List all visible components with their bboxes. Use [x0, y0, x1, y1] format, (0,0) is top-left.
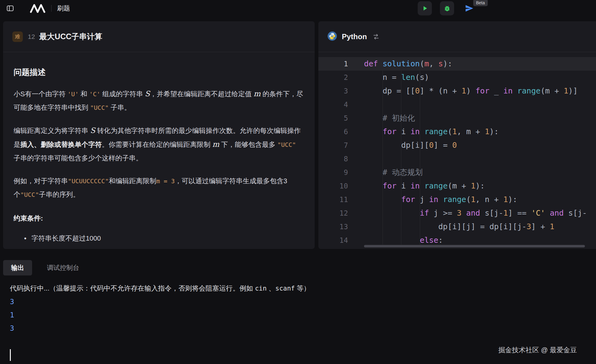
code-editor[interactable]: 1def solution(m, s):2 n = len(s)3 dp = [… — [318, 52, 596, 249]
beta-badge: Beta — [473, 0, 488, 6]
code-text: def solution(m, s): — [364, 57, 452, 71]
code-line[interactable]: 6 for i in range(1, m + 1): — [318, 125, 596, 139]
line-number: 5 — [318, 111, 364, 125]
sidebar-toggle-icon — [6, 4, 14, 12]
indent-guide — [420, 71, 420, 245]
text-cursor — [10, 349, 11, 361]
code-line[interactable]: 12 if j >= 3 and s[j-1] == 'C' and s[j- — [318, 206, 596, 220]
line-number: 6 — [318, 125, 364, 139]
problem-title: 最大UCC子串计算 — [39, 31, 102, 42]
tab-output[interactable]: 输出 — [3, 260, 32, 275]
line-number: 4 — [318, 98, 364, 111]
switch-language-button[interactable] — [372, 33, 380, 40]
line-number: 10 — [318, 179, 364, 193]
problem-paragraphs: 小S有一个由字符 'U' 和 'C' 组成的字符串 S，并希望在编辑距离不超过给… — [14, 87, 304, 201]
code-line[interactable]: 7 dp[i][0] = 0 — [318, 139, 596, 152]
line-number: 12 — [318, 206, 364, 220]
constraints-list: 字符串长度不超过1000 — [14, 232, 304, 245]
app-title: 刷题 — [57, 4, 70, 13]
sidebar-toggle-button[interactable] — [5, 3, 15, 14]
console-output: 1 — [10, 308, 596, 322]
line-number: 14 — [318, 234, 364, 247]
tab-debug-console[interactable]: 调试控制台 — [39, 260, 87, 275]
code-line[interactable]: 4 — [318, 98, 596, 111]
line-number: 8 — [318, 152, 364, 166]
console-output: 3 — [10, 295, 596, 308]
topbar-actions: Beta — [418, 1, 476, 15]
code-line[interactable]: 11 for j in range(1, n + 1): — [318, 193, 596, 206]
code-line[interactable]: 1def solution(m, s): — [318, 57, 596, 71]
console-panel: 输出调试控制台 代码执行中...（温馨提示：代码中不允许存在输入指令，否则将会阻… — [0, 249, 596, 364]
code-text: if j >= 3 and s[j-1] == 'C' and s[j- — [364, 206, 587, 220]
code-line[interactable]: 10 for i in range(m + 1): — [318, 179, 596, 193]
code-text: # 初始化 — [364, 111, 415, 125]
line-number: 3 — [318, 84, 364, 98]
editor-panel-header: Python — [318, 21, 596, 52]
debug-button[interactable] — [440, 1, 454, 15]
problem-paragraph: 例如，对于字符串"UCUUCCCCC"和编辑距离限制m = 3，可以通过编辑字符… — [14, 174, 304, 201]
problem-id: 12 — [28, 33, 35, 40]
code-text: dp[i][j] = dp[i][j-3] + 1 — [364, 220, 554, 234]
problem-paragraph: 编辑距离定义为将字符串 S 转化为其他字符串时所需的最少编辑操作次数。允许的每次… — [14, 124, 304, 165]
editor-panel: Python 1def solution(m, s):2 n = len(s)3… — [318, 21, 596, 249]
constraints-heading: 约束条件: — [14, 214, 304, 223]
code-line[interactable]: 8 — [318, 152, 596, 166]
console-outputs: 313 — [10, 295, 596, 335]
run-button[interactable] — [418, 1, 432, 15]
line-number: 13 — [318, 220, 364, 234]
difficulty-badge: 难 — [12, 31, 23, 42]
play-icon — [421, 5, 428, 12]
send-button-group: Beta — [462, 1, 476, 15]
line-number: 2 — [318, 71, 364, 84]
workspace: 难 12 最大UCC子串计算 问题描述 小S有一个由字符 'U' 和 'C' 组… — [3, 21, 596, 249]
code-line[interactable]: 3 dp = [[0] * (n + 1) for _ in range(m +… — [318, 84, 596, 98]
code-line[interactable]: 5 # 初始化 — [318, 111, 596, 125]
code-text: # 动态规划 — [364, 166, 423, 179]
paper-plane-icon — [465, 4, 474, 13]
topbar: 刷题 Beta — [0, 0, 596, 17]
marscode-logo — [29, 3, 46, 14]
horizontal-scrollbar[interactable] — [364, 245, 585, 247]
indent-guide — [401, 71, 401, 245]
language-label: Python — [342, 32, 367, 41]
code-text: n = len(s) — [364, 71, 429, 84]
line-number: 11 — [318, 193, 364, 206]
python-icon — [328, 31, 337, 42]
console-message: 代码执行中...（温馨提示：代码中不允许存在输入指令，否则将会阻塞运行。例如 c… — [10, 282, 596, 295]
code-text: for i in range(m + 1): — [364, 179, 485, 193]
constraint-item: 字符串长度不超过1000 — [23, 232, 304, 245]
code-line[interactable]: 13 dp[i][j] = dp[i][j-3] + 1 — [318, 220, 596, 234]
code-line[interactable]: 2 n = len(s) — [318, 71, 596, 84]
line-number: 7 — [318, 139, 364, 152]
bug-icon — [444, 5, 451, 12]
topbar-divider — [51, 5, 52, 12]
code-line[interactable]: 9 # 动态规划 — [318, 166, 596, 179]
line-number: 1 — [318, 57, 364, 71]
problem-panel: 难 12 最大UCC子串计算 问题描述 小S有一个由字符 'U' 和 'C' 组… — [3, 21, 315, 249]
code-text: for j in range(1, n + 1): — [364, 193, 517, 206]
indent-guide — [383, 71, 383, 245]
code-text: dp = [[0] * (n + 1) for _ in range(m + 1… — [364, 84, 577, 98]
footer-credit: 掘金技术社区 @ 最爱金豆 — [498, 345, 577, 355]
problem-paragraph: 小S有一个由字符 'U' 和 'C' 组成的字符串 S，并希望在编辑距离不超过给… — [14, 87, 304, 114]
logo-icon — [29, 3, 46, 14]
code-lines: 1def solution(m, s):2 n = len(s)3 dp = [… — [318, 57, 596, 247]
problem-description: 问题描述 小S有一个由字符 'U' 和 'C' 组成的字符串 S，并希望在编辑距… — [3, 52, 315, 245]
swap-arrows-icon — [372, 33, 380, 40]
code-text: for i in range(1, m + 1): — [364, 125, 499, 139]
console-output: 3 — [10, 322, 596, 335]
console-tabs: 输出调试控制台 — [3, 260, 596, 275]
code-text: dp[i][0] = 0 — [364, 139, 457, 152]
section-heading: 问题描述 — [14, 67, 304, 78]
line-number: 9 — [318, 166, 364, 179]
problem-panel-header: 难 12 最大UCC子串计算 — [3, 21, 315, 52]
